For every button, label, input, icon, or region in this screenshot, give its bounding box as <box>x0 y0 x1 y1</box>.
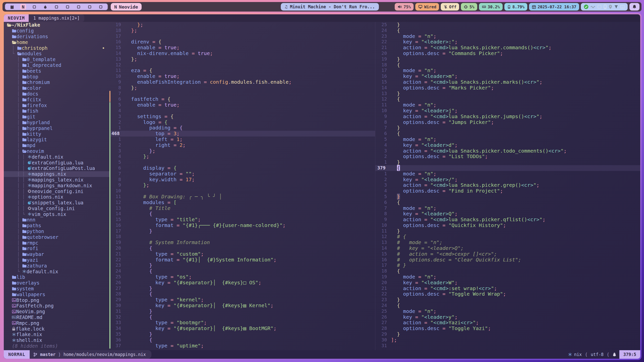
workspace-4[interactable] <box>42 4 48 10</box>
right-pane-code-line[interactable]: 7 mode = "n"; <box>375 205 640 211</box>
right-pane-code-line[interactable]: 31 <box>375 343 640 349</box>
left-pane-code-line[interactable]: 18 <box>109 234 375 240</box>
tree-item-overlays[interactable]: overlays <box>4 280 109 286</box>
left-pane-code-line[interactable]: 32 { <box>109 314 375 320</box>
tree-item-fcitx[interactable]: │ fcitx <box>4 97 109 102</box>
right-pane-code-line[interactable]: 25 mode = "n"; <box>375 308 640 314</box>
tree-item-neovim[interactable]: │ neovim <box>4 148 109 154</box>
module-cpu[interactable]: 5% <box>461 3 477 11</box>
left-pane-code-line[interactable]: 17 } <box>109 228 375 234</box>
right-pane-code-line[interactable]: 10 key = "<leader>j"; <box>375 108 640 114</box>
tree-item-default.nix[interactable]: │ │ default.nix <box>4 154 109 160</box>
left-pane-code-line[interactable]: 9 enableFishIntegration = config.modules… <box>109 79 375 85</box>
tree-item-FastFetch.png[interactable]: FastFetch.png <box>4 303 109 309</box>
module-volume[interactable]: 75% <box>395 3 414 11</box>
right-pane-code-line[interactable]: 27 action = "<cmd>Yazi<cr>"; <box>375 320 640 326</box>
right-pane-code-line[interactable]: 18 { <box>375 62 640 68</box>
left-pane-code-line[interactable]: 33 type = "bootmgr"; <box>109 320 375 326</box>
tray-window-icon[interactable] <box>597 5 602 9</box>
right-pane-code-line[interactable]: 10 options.desc = "Quickfix History"; <box>375 222 640 228</box>
left-pane-code-line[interactable]: 29 type = "kernel"; <box>109 297 375 303</box>
left-pane-code-line[interactable]: 16 format = "{#1}╭─── {#}{user-name-colo… <box>109 222 375 228</box>
tree-item-firefox[interactable]: │ firefox <box>4 102 109 108</box>
workspace-2-active[interactable]: N <box>20 4 26 10</box>
right-pane-code-line[interactable]: 15 action = "<cmd>lua Snacks.picker.mark… <box>375 79 640 85</box>
right-pane-code-line[interactable]: 15 # action = "<cmd>cexpr []<cr>"; <box>375 251 640 257</box>
left-pane-code-line[interactable]: 3 settings = { <box>109 114 375 119</box>
tree-item-color[interactable]: │ color <box>4 85 109 91</box>
tray-filter-icon[interactable] <box>614 5 618 9</box>
left-pane-code-line[interactable]: 9 }; <box>109 182 375 188</box>
module-network[interactable]: Wired <box>415 3 439 11</box>
left-pane-code-line[interactable]: 19 }; <box>109 22 375 28</box>
right-pane-code-line[interactable]: 17 mode = "n"; <box>375 68 640 73</box>
right-pane-code-line[interactable]: 20 key = "<leader>W"; <box>375 280 640 286</box>
right-pane-code-line[interactable]: 7 } <box>375 125 640 131</box>
tree-item-kitty[interactable]: │ kitty <box>4 131 109 137</box>
left-pane-code-line[interactable]: 8 key.width = 17; <box>109 177 375 183</box>
right-pane-code-line[interactable]: 1 mode = "n"; <box>375 171 640 177</box>
left-pane-code-line[interactable]: 37 type = "uptime"; <box>109 343 375 349</box>
window-title-pill[interactable]: N Neovide <box>111 3 142 11</box>
tray-phone-icon[interactable] <box>603 5 607 9</box>
tree-item-lazygit[interactable]: │ lazygit <box>4 137 109 143</box>
right-pane-code-line[interactable]: 23 mode = "n"; <box>375 33 640 39</box>
right-pane-code-line[interactable]: 18 { <box>375 268 640 274</box>
left-pane-code-line[interactable]: 34 key = "{#separator}│ {#keys}▤ BootMGR… <box>109 326 375 331</box>
right-pane-code-line[interactable]: 1 } <box>375 159 640 165</box>
right-pane-code-line[interactable]: 30]; <box>375 337 640 343</box>
left-pane-code-line[interactable]: 18 }; <box>109 28 375 33</box>
left-pane-code-line[interactable]: 11 eza = { <box>109 68 375 73</box>
tree-item-home[interactable]: home <box>4 39 109 45</box>
music-player[interactable]: ♫ Minuit Machine - Don't Run Fro... <box>281 3 379 11</box>
right-pane-code-line[interactable]: 14 options.desc = "Marks Picker"; <box>375 85 640 91</box>
left-pane-code-line[interactable]: 30 key = "{#separator}│ {#keys}▤ Kernel"… <box>109 303 375 308</box>
left-pane-code-line[interactable]: 27 } <box>109 286 375 291</box>
tree-item-docs[interactable]: │ docs <box>4 91 109 97</box>
right-pane-code-line[interactable]: 19 } <box>375 56 640 62</box>
tree-item-options.nix[interactable]: │ │ options.nix <box>4 194 109 200</box>
right-pane-code-line[interactable]: 13 } <box>375 91 640 97</box>
right-pane-code-line[interactable]: 5 } <box>375 194 640 200</box>
left-pane-code-line[interactable]: 1 left = 1; <box>109 137 375 142</box>
tree-item-neovide_config.ini[interactable]: │ │ neovide_config.ini <box>4 188 109 194</box>
tree-item-vim_opts.nix[interactable]: │ └ vim_opts.nix <box>4 211 109 217</box>
buffer-tab[interactable]: 1 mappings.nix[2+] <box>29 14 84 22</box>
right-pane-code-line[interactable]: 12 { <box>375 96 640 102</box>
tray-check-circle-icon[interactable] <box>584 4 589 9</box>
tree-item-snippets_latex.lua[interactable]: │ │ snippets_latex.lua <box>4 200 109 206</box>
left-pane-code-line[interactable]: 15 enable = true; <box>109 45 375 51</box>
left-pane-code-line[interactable]: 26 key = "{#separator}│ {#keys}□ OS"; <box>109 280 375 286</box>
left-pane-code-line[interactable]: 24 { <box>109 268 375 274</box>
right-pane-code-line[interactable]: 12 # { <box>375 234 640 240</box>
notifications-button[interactable] <box>629 3 639 11</box>
right-pane-code-line[interactable]: 5 mode = "n"; <box>375 137 640 142</box>
left-pane-code-line[interactable]: 4 }; <box>109 154 375 159</box>
workspace-6[interactable] <box>64 4 70 10</box>
right-pane-code-line[interactable]: 2 key = "<leader>/"; <box>375 177 640 183</box>
right-pane-code-line[interactable]: 26 key = "<leader>y"; <box>375 314 640 320</box>
tree-item-config[interactable]: config <box>4 28 109 34</box>
right-pane-code-line[interactable]: 28 options.desc = "Toggle Yazi"; <box>375 326 640 331</box>
left-pane-code-line[interactable]: 35 } <box>109 331 375 337</box>
left-pane-code-line[interactable]: 2 right = 2; <box>109 142 375 148</box>
tree-item-extraConfigLua.lua[interactable]: │ │ extraConfigLua.lua <box>4 160 109 165</box>
tree-item-Rmpc.png[interactable]: Rmpc.png <box>4 320 109 326</box>
tree-item-beets[interactable]: │ beets <box>4 68 109 74</box>
workspace-7[interactable] <box>75 4 82 10</box>
tree-item-mpd[interactable]: │ mpd <box>4 143 109 148</box>
tree-item-rmpc[interactable]: │ rmpc <box>4 240 109 246</box>
left-pane-code-line[interactable]: 20 { <box>109 245 375 251</box>
tree-item-chromium[interactable]: │ chromium <box>4 79 109 85</box>
module-clock[interactable]: 2025-07-22 16:37 <box>529 3 579 11</box>
tree-item-hyprland[interactable]: │ hyprland <box>4 120 109 125</box>
tree-item-christoph[interactable]: │ christoph• <box>4 45 109 51</box>
tree-item-mappings.nix[interactable]: │ │ mappings.nix <box>4 171 109 177</box>
tree-item-default.nix[interactable]: └ default.nix <box>4 268 109 274</box>
tree-item-yazi[interactable]: │ yazi <box>4 257 109 263</box>
tree-item-Btop.png[interactable]: Btop.png <box>4 297 109 303</box>
left-pane-code-line[interactable]: 19 # System Information <box>109 240 375 245</box>
workspace-3[interactable] <box>31 4 37 10</box>
tree-item-fish[interactable]: │ fish <box>4 108 109 114</box>
left-pane-code-line[interactable]: 5 <box>109 159 375 165</box>
